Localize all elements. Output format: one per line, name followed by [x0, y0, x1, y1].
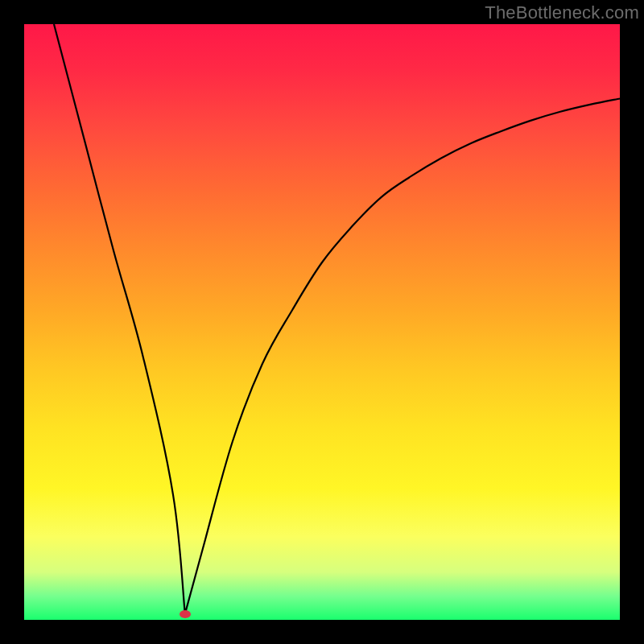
- curve-layer: [24, 24, 620, 620]
- minimum-marker: [180, 610, 191, 618]
- bottleneck-curve: [54, 24, 620, 614]
- watermark-label: TheBottleneck.com: [485, 2, 639, 23]
- chart-stage: TheBottleneck.com: [0, 0, 644, 644]
- plot-area: [24, 24, 620, 620]
